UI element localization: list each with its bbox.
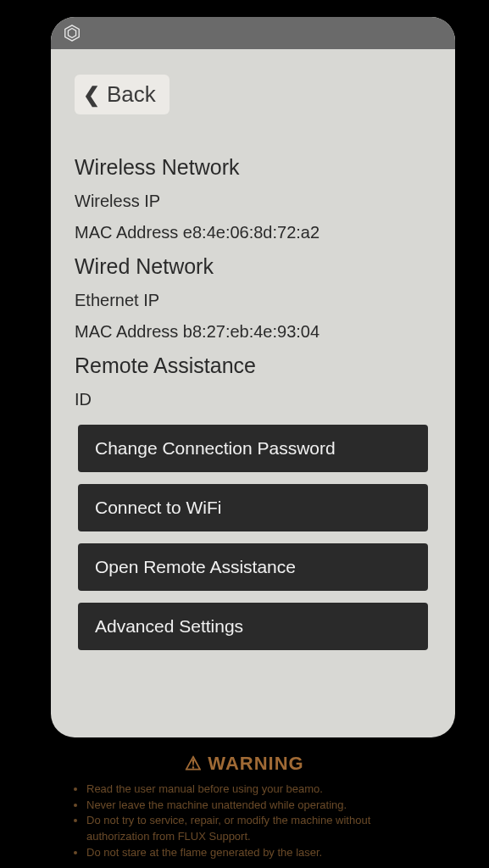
warning-title: ⚠WARNING <box>68 753 421 775</box>
wireless-mac: MAC Address e8:4e:06:8d:72:a2 <box>75 223 431 242</box>
warning-footer: ⚠WARNING Read the user manual before usi… <box>0 743 489 868</box>
warning-list: Read the user manual before using your b… <box>68 782 421 861</box>
wireless-ip: Wireless IP <box>75 192 431 211</box>
back-button[interactable]: ❮ Back <box>75 75 169 114</box>
open-remote-button[interactable]: Open Remote Assistance <box>78 543 428 591</box>
svg-marker-1 <box>68 29 75 38</box>
warning-item: Never leave the machine unattended while… <box>86 798 421 814</box>
chevron-left-icon: ❮ <box>83 83 100 107</box>
wired-mac: MAC Address b8:27:eb:4e:93:04 <box>75 322 431 342</box>
svg-marker-0 <box>65 25 80 41</box>
device-screen: ❮ Back Wireless Network Wireless IP MAC … <box>51 17 455 737</box>
warning-item: Read the user manual before using your b… <box>86 782 421 798</box>
warning-item: Do not try to service, repair, or modify… <box>86 813 421 845</box>
back-label: Back <box>107 81 156 108</box>
ethernet-ip: Ethernet IP <box>75 291 431 310</box>
remote-title: Remote Assistance <box>75 353 431 378</box>
change-password-button[interactable]: Change Connection Password <box>78 425 428 472</box>
logo-icon <box>63 24 81 42</box>
advanced-settings-button[interactable]: Advanced Settings <box>78 603 428 650</box>
remote-id: ID <box>75 390 431 409</box>
connect-wifi-button[interactable]: Connect to WiFi <box>78 484 428 531</box>
warning-icon: ⚠ <box>185 753 203 774</box>
wired-title: Wired Network <box>75 254 431 279</box>
settings-content: ❮ Back Wireless Network Wireless IP MAC … <box>51 49 455 737</box>
warning-item: Do not stare at the flame generated by t… <box>86 845 421 861</box>
wireless-title: Wireless Network <box>75 155 431 180</box>
status-bar <box>51 17 455 49</box>
